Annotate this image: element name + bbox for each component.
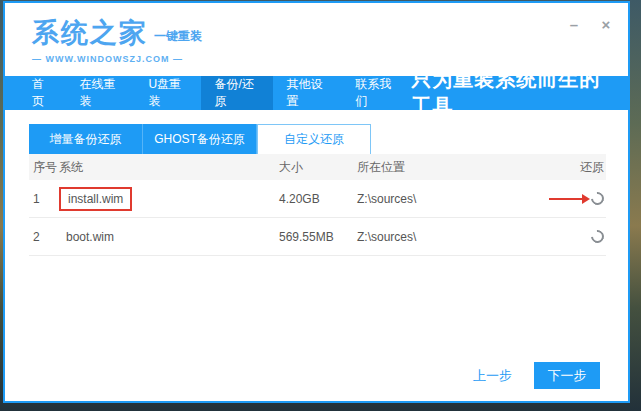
window-controls: – × xyxy=(566,17,614,33)
app-window: 系统之家 一键重装 — WWW.WINDOWSZJ.COM — – × 首页 在… xyxy=(3,1,630,403)
restore-icon[interactable] xyxy=(588,189,606,207)
tab-custom-restore[interactable]: 自定义还原 xyxy=(257,124,371,154)
restore-tabs: 增量备份还原 GHOST备份还原 自定义还原 xyxy=(29,124,606,154)
col-header-size: 大小 xyxy=(279,159,357,176)
app-logo: 系统之家 一键重装 — WWW.WINDOWSZJ.COM — xyxy=(32,20,202,64)
close-button[interactable]: × xyxy=(598,17,614,33)
col-header-restore: 还原 xyxy=(537,159,606,176)
row-system: install.wim xyxy=(59,187,279,211)
row-location: Z:\sources\ xyxy=(357,230,537,244)
row-size: 4.20GB xyxy=(279,192,357,206)
row-size: 569.55MB xyxy=(279,230,357,244)
nav-item-usb-reinstall[interactable]: U盘重装 xyxy=(135,76,201,110)
row-restore-cell xyxy=(537,192,606,205)
nav-item-contact-us[interactable]: 联系我们 xyxy=(342,76,411,110)
wizard-footer: 上一步 下一步 xyxy=(473,362,600,389)
tab-incremental-backup-restore[interactable]: 增量备份还原 xyxy=(29,124,143,154)
logo-subtitle: 一键重装 xyxy=(154,28,202,45)
col-header-serial: 序号 xyxy=(29,159,59,176)
table-row: 2 boot.wim 569.55MB Z:\sources\ xyxy=(29,218,606,256)
content-area: 增量备份还原 GHOST备份还原 自定义还原 序号 系统 大小 所在位置 还原 … xyxy=(5,110,628,401)
minimize-button[interactable]: – xyxy=(566,17,582,33)
nav-item-online-reinstall[interactable]: 在线重装 xyxy=(66,76,135,110)
col-header-location: 所在位置 xyxy=(357,159,537,176)
restore-icon[interactable] xyxy=(588,227,606,245)
red-pointer-arrow xyxy=(549,198,583,200)
system-name-highlight-box: install.wim xyxy=(59,187,132,211)
nav-slogan: 只为重装系统而生的工具 xyxy=(411,76,618,110)
row-system: boot.wim xyxy=(59,227,279,247)
tab-ghost-backup-restore[interactable]: GHOST备份还原 xyxy=(143,124,257,154)
table-row: 1 install.wim 4.20GB Z:\sources\ xyxy=(29,180,606,218)
row-location: Z:\sources\ xyxy=(357,192,537,206)
image-table: 序号 系统 大小 所在位置 还原 1 install.wim 4.20GB Z:… xyxy=(29,154,606,256)
logo-title: 系统之家 xyxy=(32,20,148,47)
logo-url-text: — WWW.WINDOWSZJ.COM — xyxy=(32,54,202,64)
row-serial: 1 xyxy=(29,192,59,206)
system-name: boot.wim xyxy=(59,227,121,247)
titlebar: 系统之家 一键重装 — WWW.WINDOWSZJ.COM — – × xyxy=(5,3,628,76)
row-serial: 2 xyxy=(29,230,59,244)
main-nav: 首页 在线重装 U盘重装 备份/还原 其他设置 联系我们 只为重装系统而生的工具 xyxy=(5,76,628,110)
prev-step-link[interactable]: 上一步 xyxy=(473,367,512,385)
row-restore-cell xyxy=(537,230,606,243)
table-header-row: 序号 系统 大小 所在位置 还原 xyxy=(29,154,606,180)
next-step-button[interactable]: 下一步 xyxy=(534,362,600,389)
nav-item-backup-restore[interactable]: 备份/还原 xyxy=(201,76,273,110)
nav-item-other-settings[interactable]: 其他设置 xyxy=(273,76,342,110)
nav-item-home[interactable]: 首页 xyxy=(5,76,66,110)
col-header-system: 系统 xyxy=(59,159,279,176)
